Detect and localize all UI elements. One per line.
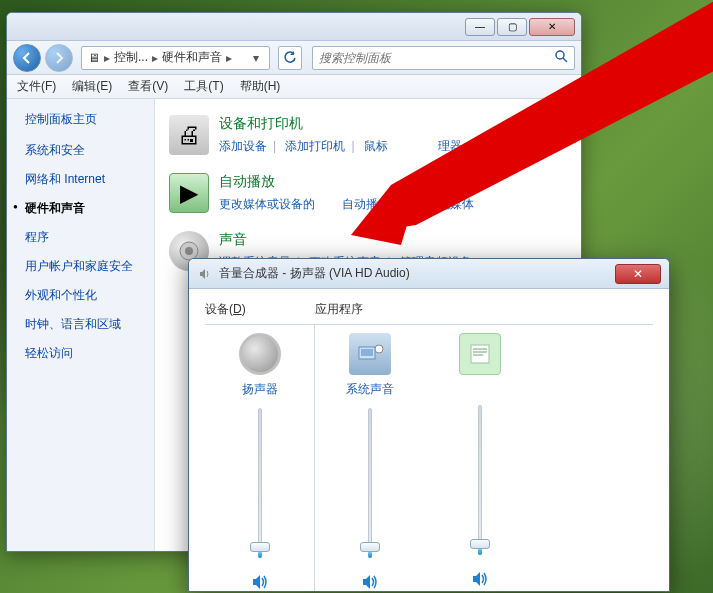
category-links: 更改媒体或设备的 自动播放 CD 或其他媒体 xyxy=(219,195,567,213)
menu-view[interactable]: 查看(V) xyxy=(128,78,168,95)
link-change-media[interactable]: 更改媒体或设备的 xyxy=(219,197,315,211)
sidebar-home[interactable]: 控制面板主页 xyxy=(25,111,154,128)
mute-button[interactable] xyxy=(360,572,380,592)
close-button[interactable]: ✕ xyxy=(615,264,661,284)
apps-header: 应用程序 xyxy=(315,301,363,318)
link-autoplay-cd[interactable]: 自动播放 CD 或其他媒体 xyxy=(342,197,474,211)
close-button[interactable]: ✕ xyxy=(529,18,575,36)
slider-thumb[interactable] xyxy=(360,542,380,552)
cp-sidebar: 控制面板主页 系统和安全 网络和 Internet 硬件和声音 程序 用户帐户和… xyxy=(7,99,155,551)
refresh-button[interactable] xyxy=(278,46,302,70)
menu-file[interactable]: 文件(F) xyxy=(17,78,56,95)
mute-button[interactable] xyxy=(250,572,270,592)
mixer-label[interactable]: 扬声器 xyxy=(242,381,278,398)
category-title[interactable]: 自动播放 xyxy=(219,173,567,191)
category-title[interactable]: 声音 xyxy=(219,231,567,249)
svg-point-3 xyxy=(185,247,193,255)
breadcrumb-icon: 🖥 xyxy=(88,51,100,65)
breadcrumb[interactable]: 🖥 ▸ 控制... ▸ 硬件和声音 ▸ ▾ xyxy=(81,46,270,70)
menu-tools[interactable]: 工具(T) xyxy=(184,78,223,95)
svg-point-0 xyxy=(556,51,564,59)
category-links: 添加设备| 添加打印机| 鼠标 理器 xyxy=(219,137,567,155)
refresh-icon xyxy=(283,51,297,65)
search-input[interactable] xyxy=(319,51,554,65)
breadcrumb-part[interactable]: 控制... xyxy=(114,49,148,66)
svg-rect-7 xyxy=(361,349,373,356)
speaker-icon[interactable] xyxy=(239,333,281,375)
mute-button[interactable] xyxy=(470,569,490,589)
volume-slider[interactable] xyxy=(356,408,384,558)
menu-help[interactable]: 帮助(H) xyxy=(240,78,281,95)
vm-headers: 设备(D) 应用程序 xyxy=(205,301,653,318)
autoplay-icon: ▶ xyxy=(169,173,209,213)
slider-thumb[interactable] xyxy=(250,542,270,552)
vm-body: 设备(D) 应用程序 扬声器 系统声音 xyxy=(189,289,669,592)
vm-title: 音量合成器 - 扬声器 (VIA HD Audio) xyxy=(219,265,615,282)
cp-navbar: 🖥 ▸ 控制... ▸ 硬件和声音 ▸ ▾ xyxy=(7,41,581,75)
sidebar-item-programs[interactable]: 程序 xyxy=(25,229,154,246)
mixer-col-device: 扬声器 xyxy=(205,325,315,592)
minimize-button[interactable]: — xyxy=(465,18,495,36)
search-icon[interactable] xyxy=(554,49,568,67)
sidebar-item-network[interactable]: 网络和 Internet xyxy=(25,171,154,188)
link-manager[interactable]: 理器 xyxy=(438,139,462,153)
printer-icon: 🖨 xyxy=(169,115,209,155)
sidebar-item-accounts[interactable]: 用户帐户和家庭安全 xyxy=(25,258,154,275)
link-add-printer[interactable]: 添加打印机 xyxy=(285,139,345,153)
svg-point-8 xyxy=(375,345,383,353)
volume-mixer-window: 音量合成器 - 扬声器 (VIA HD Audio) ✕ 设备(D) 应用程序 … xyxy=(188,258,670,592)
category-devices: 🖨 设备和打印机 添加设备| 添加打印机| 鼠标 理器 xyxy=(169,115,567,155)
arrow-right-icon xyxy=(52,51,66,65)
sidebar-item-system[interactable]: 系统和安全 xyxy=(25,142,154,159)
app-icon[interactable] xyxy=(459,333,501,375)
chevron-right-icon: ▸ xyxy=(222,51,236,65)
chevron-right-icon: ▸ xyxy=(100,51,114,65)
sidebar-item-ease[interactable]: 轻松访问 xyxy=(25,345,154,362)
maximize-button[interactable]: ▢ xyxy=(497,18,527,36)
sidebar-item-clock[interactable]: 时钟、语言和区域 xyxy=(25,316,154,333)
sidebar-item-appearance[interactable]: 外观和个性化 xyxy=(25,287,154,304)
svg-rect-9 xyxy=(471,345,489,363)
cp-menubar: 文件(F) 编辑(E) 查看(V) 工具(T) 帮助(H) xyxy=(7,75,581,99)
cp-titlebar: — ▢ ✕ xyxy=(7,13,581,41)
vm-columns: 扬声器 系统声音 xyxy=(205,325,653,592)
volume-slider[interactable] xyxy=(466,405,494,555)
forward-button[interactable] xyxy=(45,44,73,72)
mixer-label[interactable] xyxy=(478,381,481,395)
slider-thumb[interactable] xyxy=(470,539,490,549)
breadcrumb-part[interactable]: 硬件和声音 xyxy=(162,49,222,66)
sidebar-item-hardware-sound[interactable]: 硬件和声音 xyxy=(25,200,154,217)
link-mouse[interactable]: 鼠标 xyxy=(364,139,388,153)
chevron-right-icon: ▸ xyxy=(148,51,162,65)
vm-titlebar: 音量合成器 - 扬声器 (VIA HD Audio) ✕ xyxy=(189,259,669,289)
volume-slider[interactable] xyxy=(246,408,274,558)
category-title[interactable]: 设备和打印机 xyxy=(219,115,567,133)
system-sounds-icon[interactable] xyxy=(349,333,391,375)
device-header: 设备(D) xyxy=(205,302,246,316)
mixer-col-system: 系统声音 xyxy=(315,325,425,592)
svg-line-1 xyxy=(563,58,567,62)
mixer-col-app xyxy=(425,325,535,592)
back-button[interactable] xyxy=(13,44,41,72)
search-box[interactable] xyxy=(312,46,575,70)
arrow-left-icon xyxy=(20,51,34,65)
menu-edit[interactable]: 编辑(E) xyxy=(72,78,112,95)
category-autoplay: ▶ 自动播放 更改媒体或设备的 自动播放 CD 或其他媒体 xyxy=(169,173,567,213)
link-add-device[interactable]: 添加设备 xyxy=(219,139,267,153)
volume-icon xyxy=(197,266,213,282)
chevron-down-icon[interactable]: ▾ xyxy=(249,51,263,65)
mixer-label[interactable]: 系统声音 xyxy=(346,381,394,398)
